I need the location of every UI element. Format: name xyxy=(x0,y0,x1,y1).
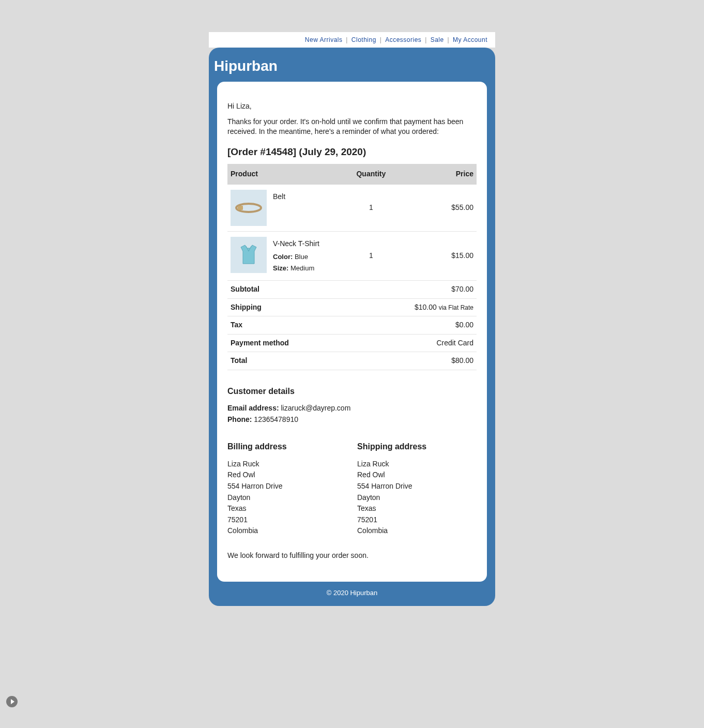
col-quantity: Quantity xyxy=(348,164,394,185)
summary-total: Total $80.00 xyxy=(227,352,477,370)
closing-text: We look forward to fulfilling your order… xyxy=(227,551,477,561)
card: Hipurban Hi Liza, Thanks for your order.… xyxy=(209,48,495,606)
customer-phone: Phone: 12365478910 xyxy=(227,415,477,425)
order-title: [Order #14548] (July 29, 2020) xyxy=(227,145,477,159)
play-icon[interactable] xyxy=(6,696,18,707)
product-image-tshirt xyxy=(231,237,267,273)
billing-address-header: Billing address xyxy=(227,441,347,452)
nav-link[interactable]: Accessories xyxy=(385,36,421,43)
svg-rect-1 xyxy=(238,206,243,210)
nav-link[interactable]: Clothing xyxy=(351,36,376,43)
product-attr: Color: Blue xyxy=(273,252,319,262)
nav-link[interactable]: New Arrivals xyxy=(305,36,343,43)
product-price: $55.00 xyxy=(394,185,477,232)
product-image-belt xyxy=(231,190,267,226)
content-panel: Hi Liza, Thanks for your order. It's on-… xyxy=(217,82,487,582)
order-table: Product Quantity Price xyxy=(227,164,477,370)
intro-text: Thanks for your order. It's on-hold unti… xyxy=(227,117,477,137)
col-price: Price xyxy=(394,164,477,185)
shipping-address-header: Shipping address xyxy=(357,441,477,452)
product-price: $15.00 xyxy=(394,231,477,280)
nav-link[interactable]: Sale xyxy=(431,36,444,43)
table-row: V-Neck T-Shirt Color: Blue Size: Medium … xyxy=(227,231,477,280)
col-product: Product xyxy=(227,164,348,185)
product-qty: 1 xyxy=(348,231,394,280)
table-row: Belt 1 $55.00 xyxy=(227,185,477,232)
product-attr: Size: Medium xyxy=(273,264,319,273)
product-qty: 1 xyxy=(348,185,394,232)
shipping-address: Liza Ruck Red Owl 554 Harron Drive Dayto… xyxy=(357,459,477,536)
summary-tax: Tax $0.00 xyxy=(227,316,477,335)
summary-subtotal: Subtotal $70.00 xyxy=(227,280,477,298)
greeting: Hi Liza, xyxy=(227,101,477,112)
summary-payment: Payment method Credit Card xyxy=(227,334,477,352)
email-container: New Arrivals | Clothing | Accessories | … xyxy=(209,32,495,606)
product-name: V-Neck T-Shirt xyxy=(273,239,319,249)
summary-shipping: Shipping $10.00 via Flat Rate xyxy=(227,298,477,316)
customer-email: Email address: lizaruck@dayrep.com xyxy=(227,403,477,414)
product-name: Belt xyxy=(273,192,285,202)
nav-link[interactable]: My Account xyxy=(453,36,487,43)
billing-address: Liza Ruck Red Owl 554 Harron Drive Dayto… xyxy=(227,459,347,536)
footer-text: © 2020 Hipurban xyxy=(209,582,495,597)
nav-bar: New Arrivals | Clothing | Accessories | … xyxy=(209,32,495,48)
customer-details-header: Customer details xyxy=(227,386,477,397)
brand-title: Hipurban xyxy=(209,48,495,82)
